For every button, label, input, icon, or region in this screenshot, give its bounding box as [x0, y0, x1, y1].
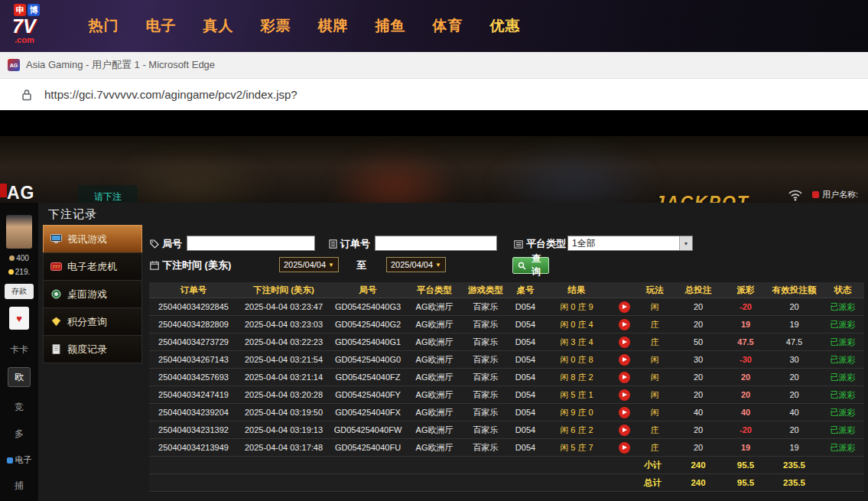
platform-cell: AG欧洲厅	[406, 369, 463, 386]
play-cell: 闲	[637, 404, 672, 421]
table-cell: D054	[509, 369, 542, 386]
replay-button[interactable]	[619, 407, 630, 418]
sidebar-item-video-games[interactable]: 视讯游戏	[43, 225, 142, 253]
total-valid-bet: 235.5	[767, 474, 821, 491]
round-cell: GD054254040FU	[330, 439, 406, 456]
logo-badge-shen: 申	[14, 4, 26, 16]
left-strip-dianzi[interactable]: 电子	[7, 454, 32, 466]
browser-url-bar[interactable]: https://gci.7vvvvvv.com/agingame/pcv2/in…	[0, 79, 868, 110]
left-strip-deposit-button[interactable]: 存款	[5, 284, 34, 299]
replay-button[interactable]	[619, 389, 630, 401]
subtotal-valid-bet: 235.5	[767, 457, 821, 473]
replay-button[interactable]	[619, 354, 630, 366]
time-cell: 2025-04-04 03:22:23	[238, 333, 330, 350]
search-button[interactable]: 查询	[512, 257, 549, 274]
sidebar-item-table-games[interactable]: 桌面游戏	[43, 280, 142, 308]
table-row: 2504040342928452025-04-04 03:23:47GD0542…	[149, 298, 864, 316]
sidebar-item-slot-machines[interactable]: 777电子老虎机	[43, 252, 142, 281]
order-cell: 250404034282809	[149, 316, 238, 333]
table-row: 2504040342576932025-04-04 03:21:14GD0542…	[149, 369, 864, 386]
bet-records-panel: 下注记录 视讯游戏777电子老虎机桌面游戏积分查询额度记录 局号 订单号	[38, 203, 868, 501]
platform-type-label: 平台类型	[514, 236, 566, 252]
user-avatar[interactable]	[6, 215, 32, 249]
result-cell: 闲 0 庄 9	[542, 298, 611, 315]
replay-button[interactable]	[619, 337, 630, 348]
logo-domain-text: .com	[15, 36, 40, 44]
bet-cell: 20	[672, 421, 724, 438]
replay-button[interactable]	[619, 301, 630, 313]
nav-item-live[interactable]: 真人	[190, 16, 247, 36]
nav-item-fishing[interactable]: 捕鱼	[362, 16, 419, 36]
scene-blur-shape	[489, 142, 658, 203]
bet-prompt-text: 请下注	[94, 190, 122, 203]
chips-count-icon	[9, 255, 15, 261]
points-icon	[50, 317, 62, 327]
left-strip-cards[interactable]: ♥	[9, 307, 29, 330]
replay-button[interactable]	[619, 319, 630, 330]
game-cell: 百家乐	[463, 421, 509, 438]
column-header-9: 总投注	[672, 282, 724, 298]
table-row: 2504040342313922025-04-04 03:19:13GD0542…	[149, 421, 864, 439]
date-from-picker[interactable]: 2025/04/04 ▼	[279, 257, 339, 272]
order-number-input[interactable]	[375, 236, 497, 251]
result-cell: 闲 3 庄 4	[542, 333, 611, 350]
logo-text: 7V	[12, 16, 40, 36]
chevron-down-icon: ▼	[328, 262, 334, 268]
payout-cell: -30	[724, 351, 767, 368]
play-cell: 闲	[637, 298, 672, 315]
time-cell: 2025-04-04 03:20:28	[238, 386, 330, 403]
column-header-10: 派彩	[724, 282, 767, 298]
page-content: AG ASIA GAMING 请下注 10 BOV JACKPOT 3,521,…	[0, 110, 868, 501]
bet-cell: 20	[672, 386, 724, 403]
replay-cell	[611, 369, 637, 386]
table-body: 2504040342928452025-04-04 03:23:47GD0542…	[149, 298, 864, 457]
left-strip-ou[interactable]: 欧	[8, 367, 31, 387]
nav-item-lottery[interactable]: 彩票	[247, 16, 304, 36]
nav-item-board-games[interactable]: 棋牌	[304, 16, 362, 36]
platform-cell: AG欧洲厅	[406, 316, 463, 333]
round-cell: GD054254040FY	[330, 386, 406, 403]
play-icon	[623, 357, 627, 362]
nav-item-sports[interactable]: 体育	[419, 16, 476, 36]
result-cell: 闲 0 庄 8	[542, 351, 611, 368]
table-row: 2504040342671432025-04-04 03:21:54GD0542…	[149, 351, 864, 369]
left-strip-kaka[interactable]: 卡卡	[10, 343, 28, 356]
left-strip-jing[interactable]: 竞	[15, 401, 24, 414]
left-strip-bu[interactable]: 捕	[15, 480, 24, 493]
left-strip-balance: 219.	[8, 268, 30, 276]
left-strip-chips-count: 400	[9, 254, 29, 262]
logo-badge-bo: 博	[28, 4, 40, 16]
sidebar-item-points-query[interactable]: 积分查询	[43, 307, 142, 336]
left-strip-duo[interactable]: 多	[15, 428, 24, 441]
round-number-input[interactable]	[187, 236, 315, 251]
replay-button[interactable]	[619, 425, 630, 436]
replay-button[interactable]	[619, 372, 630, 383]
date-from-value: 2025/04/04	[284, 260, 326, 269]
panel-sidebar: 视讯游戏777电子老虎机桌面游戏积分查询额度记录	[43, 226, 142, 363]
page-favicon: AG	[8, 59, 20, 71]
time-cell: 2025-04-04 03:21:14	[238, 369, 330, 386]
platform-cell: AG欧洲厅	[406, 404, 463, 421]
logo-badges: 申 博	[14, 4, 40, 16]
total-payout: 95.5	[724, 474, 767, 491]
result-cell: 闲 5 庄 7	[542, 439, 611, 456]
column-header-0: 订单号	[149, 282, 238, 298]
sidebar-item-label: 视讯游戏	[67, 233, 107, 246]
platform-type-select[interactable]: 1全部 ▼	[567, 236, 693, 251]
valid-cell: 20	[767, 421, 821, 438]
column-header-7	[611, 282, 637, 298]
replay-button[interactable]	[619, 442, 630, 454]
replay-cell	[611, 404, 637, 421]
platform-cell: AG欧洲厅	[406, 439, 463, 456]
play-icon	[623, 322, 627, 327]
sidebar-item-credit-records[interactable]: 额度记录	[43, 335, 142, 363]
slot-machine-icon: 777	[50, 262, 62, 272]
site-logo[interactable]: 申 博 7V .com	[12, 4, 40, 44]
bet-cell: 30	[672, 351, 724, 368]
date-to-picker[interactable]: 2025/04/04 ▼	[386, 257, 446, 272]
play-cell: 庄	[637, 439, 672, 456]
nav-item-slots[interactable]: 电子	[132, 16, 190, 36]
nav-item-hot[interactable]: 热门	[75, 16, 132, 36]
nav-item-promos[interactable]: 优惠	[476, 16, 534, 36]
replay-cell	[611, 333, 637, 350]
